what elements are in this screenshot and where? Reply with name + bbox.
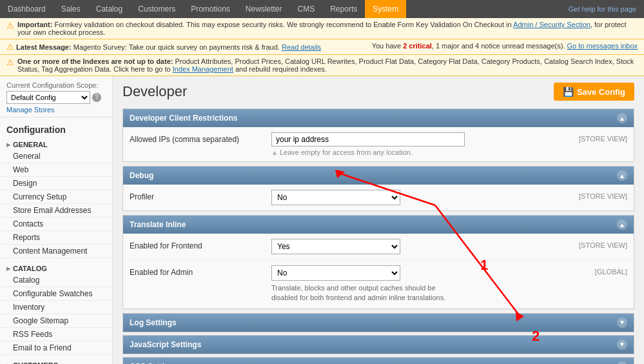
sidebar-item-google-sitemap[interactable]: Google Sitemap: [0, 314, 112, 328]
section-css-settings: CSS Settings ▼: [122, 357, 634, 364]
config-label-enabled-admin: Enabled for Admin: [130, 265, 271, 277]
scope-select[interactable]: Default Config: [6, 91, 90, 104]
read-details-link[interactable]: Read details: [282, 43, 321, 51]
profiler-select[interactable]: No Yes: [271, 190, 400, 205]
save-button-label: Save Config: [577, 87, 625, 97]
section-translate-inline-title: Translate Inline: [130, 220, 186, 229]
sidebar-section-customers-title[interactable]: ▶ CUSTOMERS: [0, 358, 112, 364]
chevron-catalog-icon: ▶: [6, 266, 10, 272]
alert-icon-2: ⚠: [6, 42, 14, 52]
section-translate-inline: Translate Inline ▲ Enabled for Frontend …: [122, 215, 634, 309]
sidebar-item-reports[interactable]: Reports: [0, 231, 112, 245]
allowed-ips-input[interactable]: [271, 132, 465, 147]
top-nav: Dashboard Sales Catalog Customers Promot…: [0, 0, 644, 18]
sidebar-section-catalog-title[interactable]: ▶ CATALOG: [0, 261, 112, 274]
section-debug-title: Debug: [130, 171, 153, 180]
config-row-allowed-ips: Allowed IPs (comma separated) ▲ Leave em…: [123, 127, 634, 161]
page-title: Developer: [122, 83, 187, 100]
section-js-settings-toggle: ▼: [617, 339, 627, 350]
nav-promotions[interactable]: Promotions: [183, 0, 238, 18]
scope-section: Current Configuration Scope: Default Con…: [0, 76, 112, 117]
nav-customers[interactable]: Customers: [130, 0, 183, 18]
sidebar: Current Configuration Scope: Default Con…: [0, 76, 113, 364]
scope-help-icon[interactable]: ?: [92, 93, 101, 102]
alert-important: ⚠ Important: Formkey validation on check…: [0, 18, 644, 39]
sidebar-item-configurable-swatches[interactable]: Configurable Swatches: [0, 287, 112, 301]
config-label-profiler: Profiler: [130, 190, 271, 201]
section-js-settings-header[interactable]: JavaScript Settings ▼: [123, 336, 634, 354]
section-debug-header[interactable]: Debug ▲: [123, 167, 634, 185]
nav-catalog[interactable]: Catalog: [88, 0, 130, 18]
enabled-frontend-select[interactable]: Yes No: [271, 239, 400, 254]
config-row-enabled-admin: Enabled for Admin No Yes Translate, bloc…: [123, 260, 634, 308]
alert-index: ⚠ One or more of the Indexes are not up …: [0, 55, 644, 76]
enabled-admin-select[interactable]: No Yes: [271, 265, 400, 281]
config-scope-profiler: [STORE VIEW]: [579, 190, 627, 200]
manage-stores-link[interactable]: Manage Stores: [6, 106, 106, 114]
sidebar-item-store-email[interactable]: Store Email Addresses: [0, 204, 112, 217]
section-log-settings-title: Log Settings: [130, 318, 177, 327]
config-control-allowed-ips: ▲ Leave empty for access from any locati…: [271, 132, 572, 156]
config-control-enabled-frontend: Yes No: [271, 239, 572, 254]
alert-icon-3: ⚠: [6, 57, 14, 67]
section-log-settings-header[interactable]: Log Settings ▼: [123, 314, 634, 332]
section-debug-body: Profiler No Yes [STORE VIEW]: [123, 185, 634, 210]
alert-icon-1: ⚠: [6, 21, 14, 30]
nav-system[interactable]: System: [365, 0, 406, 18]
config-label-allowed-ips: Allowed IPs (comma separated): [130, 132, 271, 144]
hint-arrow-icon: ▲: [271, 149, 278, 156]
config-scope-enabled-frontend: [STORE VIEW]: [579, 239, 627, 249]
sidebar-item-inventory[interactable]: Inventory: [0, 301, 112, 314]
section-css-settings-header[interactable]: CSS Settings ▼: [123, 358, 634, 364]
config-scope-allowed-ips: [STORE VIEW]: [579, 132, 627, 143]
chevron-general-icon: ▶: [6, 142, 10, 148]
section-debug: Debug ▲ Profiler No Yes [STORE VIEW]: [122, 166, 634, 211]
config-control-enabled-admin: No Yes Translate, blocks and other outpu…: [271, 265, 589, 303]
page-header: Developer 💾 Save Config: [122, 83, 634, 101]
config-scope-enabled-admin: [GLOBAL]: [595, 265, 627, 276]
help-link[interactable]: Get help for this page: [569, 5, 636, 13]
nav-newsletter[interactable]: Newsletter: [238, 0, 290, 18]
section-developer-client: Developer Client Restrictions ▲ Allowed …: [122, 108, 634, 162]
nav-sales[interactable]: Sales: [54, 0, 88, 18]
content-area: Developer 💾 Save Config Developer Client…: [113, 76, 644, 364]
scope-label: Current Configuration Scope:: [6, 81, 106, 89]
section-translate-inline-body: Enabled for Frontend Yes No [STORE VIEW]…: [123, 234, 634, 308]
sidebar-item-general[interactable]: General: [0, 150, 112, 163]
nav-cms[interactable]: CMS: [290, 0, 323, 18]
save-config-button[interactable]: 💾 Save Config: [554, 83, 634, 101]
sidebar-item-content-management[interactable]: Content Management: [0, 245, 112, 258]
section-translate-inline-header[interactable]: Translate Inline ▲: [123, 216, 634, 234]
section-developer-client-header[interactable]: Developer Client Restrictions ▲: [123, 109, 634, 127]
sidebar-item-catalog[interactable]: Catalog: [0, 274, 112, 287]
section-css-settings-toggle: ▼: [617, 361, 627, 364]
sidebar-item-currency-setup[interactable]: Currency Setup: [0, 190, 112, 204]
section-developer-client-body: Allowed IPs (comma separated) ▲ Leave em…: [123, 127, 634, 161]
section-developer-client-toggle: ▲: [617, 113, 627, 123]
save-icon: 💾: [563, 86, 574, 97]
section-developer-client-title: Developer Client Restrictions: [130, 114, 237, 123]
section-translate-inline-toggle: ▲: [617, 219, 627, 230]
messages-inbox-link[interactable]: Go to messages inbox: [567, 42, 638, 50]
nav-dashboard[interactable]: Dashboard: [0, 0, 54, 18]
sidebar-item-rss-feeds[interactable]: RSS Feeds: [0, 328, 112, 341]
section-js-settings-title: JavaScript Settings: [130, 340, 201, 349]
section-log-settings-toggle: ▼: [617, 318, 627, 328]
index-management-link[interactable]: Index Management: [173, 65, 233, 73]
sidebar-item-email-friend[interactable]: Email to a Friend: [0, 341, 112, 355]
section-js-settings: JavaScript Settings ▼: [122, 335, 634, 354]
config-control-profiler: No Yes: [271, 190, 572, 205]
security-link[interactable]: Admin / Security Section: [513, 21, 590, 28]
sidebar-item-design[interactable]: Design: [0, 177, 112, 190]
sidebar-item-web[interactable]: Web: [0, 163, 112, 177]
config-row-enabled-frontend: Enabled for Frontend Yes No [STORE VIEW]: [123, 234, 634, 260]
alert-message-bar: ⚠ Latest Message: Magento Survey: Take o…: [0, 39, 644, 55]
config-row-profiler: Profiler No Yes [STORE VIEW]: [123, 185, 634, 210]
section-debug-toggle: ▲: [617, 170, 627, 181]
enabled-admin-note: Translate, blocks and other output cache…: [271, 283, 452, 303]
config-label-enabled-frontend: Enabled for Frontend: [130, 239, 271, 250]
sidebar-item-contacts[interactable]: Contacts: [0, 217, 112, 231]
allowed-ips-hint: ▲ Leave empty for access from any locati…: [271, 148, 572, 156]
sidebar-section-general-title[interactable]: ▶ GENERAL: [0, 137, 112, 150]
nav-reports[interactable]: Reports: [322, 0, 365, 18]
